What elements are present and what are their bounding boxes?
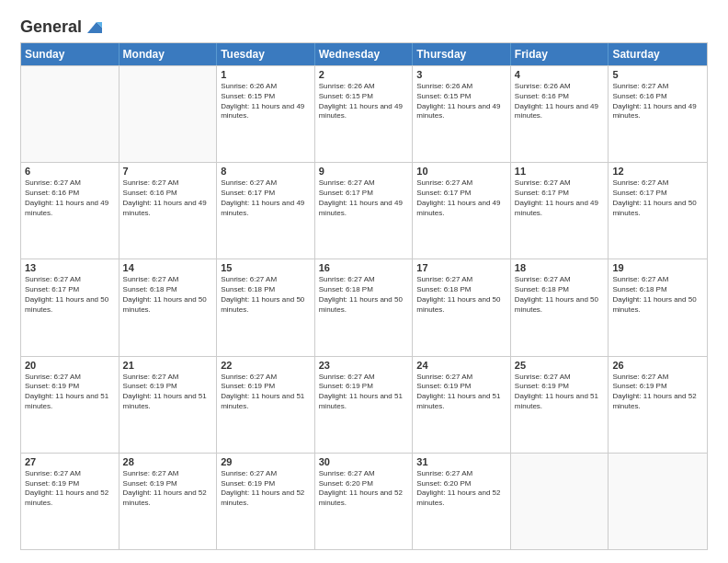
header: General	[20, 17, 708, 33]
day-info: Sunrise: 6:27 AM Sunset: 6:16 PM Dayligh…	[612, 82, 703, 121]
day-info: Sunrise: 6:26 AM Sunset: 6:15 PM Dayligh…	[416, 82, 506, 121]
calendar-cell	[609, 454, 707, 549]
day-number: 18	[515, 262, 605, 273]
day-number: 21	[123, 360, 213, 371]
day-info: Sunrise: 6:27 AM Sunset: 6:18 PM Dayligh…	[221, 275, 311, 315]
calendar-cell: 5Sunrise: 6:27 AM Sunset: 6:16 PM Daylig…	[609, 66, 707, 162]
calendar-cell: 2Sunrise: 6:26 AM Sunset: 6:15 PM Daylig…	[315, 66, 414, 162]
day-number: 9	[319, 166, 409, 177]
day-number: 31	[416, 456, 506, 467]
day-info: Sunrise: 6:26 AM Sunset: 6:15 PM Dayligh…	[319, 82, 409, 121]
calendar-cell: 3Sunrise: 6:26 AM Sunset: 6:15 PM Daylig…	[413, 66, 511, 162]
calendar-cell: 10Sunrise: 6:27 AM Sunset: 6:17 PM Dayli…	[413, 163, 511, 259]
day-number: 10	[416, 166, 506, 177]
day-info: Sunrise: 6:27 AM Sunset: 6:18 PM Dayligh…	[612, 275, 703, 315]
day-info: Sunrise: 6:26 AM Sunset: 6:15 PM Dayligh…	[221, 82, 311, 121]
day-number: 1	[221, 69, 311, 80]
day-info: Sunrise: 6:26 AM Sunset: 6:16 PM Dayligh…	[515, 82, 605, 121]
day-number: 13	[25, 262, 115, 273]
day-info: Sunrise: 6:27 AM Sunset: 6:19 PM Dayligh…	[123, 373, 213, 412]
day-info: Sunrise: 6:27 AM Sunset: 6:19 PM Dayligh…	[416, 373, 506, 412]
day-info: Sunrise: 6:27 AM Sunset: 6:19 PM Dayligh…	[221, 373, 311, 412]
day-number: 17	[416, 262, 506, 273]
calendar-cell: 29Sunrise: 6:27 AM Sunset: 6:19 PM Dayli…	[217, 454, 315, 549]
calendar-header-cell: Sunday	[21, 43, 119, 65]
calendar-cell: 18Sunrise: 6:27 AM Sunset: 6:18 PM Dayli…	[511, 259, 609, 355]
day-info: Sunrise: 6:27 AM Sunset: 6:18 PM Dayligh…	[515, 275, 605, 315]
calendar-cell	[21, 66, 119, 162]
day-info: Sunrise: 6:27 AM Sunset: 6:17 PM Dayligh…	[319, 178, 409, 218]
calendar-body: 1Sunrise: 6:26 AM Sunset: 6:15 PM Daylig…	[21, 65, 707, 549]
calendar-cell: 24Sunrise: 6:27 AM Sunset: 6:19 PM Dayli…	[413, 357, 511, 453]
calendar-cell	[119, 66, 218, 162]
calendar-cell: 8Sunrise: 6:27 AM Sunset: 6:17 PM Daylig…	[217, 163, 315, 259]
logo-icon	[84, 17, 104, 37]
day-number: 26	[612, 360, 703, 371]
calendar-cell: 15Sunrise: 6:27 AM Sunset: 6:18 PM Dayli…	[217, 259, 315, 355]
day-number: 14	[123, 262, 213, 273]
day-info: Sunrise: 6:27 AM Sunset: 6:17 PM Dayligh…	[25, 275, 115, 315]
calendar-cell: 20Sunrise: 6:27 AM Sunset: 6:19 PM Dayli…	[21, 357, 119, 453]
day-info: Sunrise: 6:27 AM Sunset: 6:17 PM Dayligh…	[221, 178, 311, 218]
calendar-cell: 6Sunrise: 6:27 AM Sunset: 6:16 PM Daylig…	[21, 163, 119, 259]
day-number: 7	[123, 166, 213, 177]
day-info: Sunrise: 6:27 AM Sunset: 6:19 PM Dayligh…	[612, 373, 703, 412]
logo-general-text: General	[20, 17, 82, 37]
day-number: 5	[612, 69, 703, 80]
day-number: 3	[416, 69, 506, 80]
calendar-cell: 22Sunrise: 6:27 AM Sunset: 6:19 PM Dayli…	[217, 357, 315, 453]
calendar-cell: 23Sunrise: 6:27 AM Sunset: 6:19 PM Dayli…	[315, 357, 414, 453]
calendar-header-cell: Friday	[511, 43, 609, 65]
day-number: 12	[612, 166, 703, 177]
day-number: 20	[25, 360, 115, 371]
day-info: Sunrise: 6:27 AM Sunset: 6:17 PM Dayligh…	[515, 178, 605, 218]
calendar-cell: 31Sunrise: 6:27 AM Sunset: 6:20 PM Dayli…	[413, 454, 511, 549]
calendar-week-row: 27Sunrise: 6:27 AM Sunset: 6:19 PM Dayli…	[21, 453, 707, 549]
calendar-cell: 26Sunrise: 6:27 AM Sunset: 6:19 PM Dayli…	[609, 357, 707, 453]
day-number: 6	[25, 166, 115, 177]
day-number: 23	[319, 360, 409, 371]
calendar-cell: 9Sunrise: 6:27 AM Sunset: 6:17 PM Daylig…	[315, 163, 414, 259]
calendar-week-row: 1Sunrise: 6:26 AM Sunset: 6:15 PM Daylig…	[21, 65, 707, 162]
day-info: Sunrise: 6:27 AM Sunset: 6:17 PM Dayligh…	[612, 178, 703, 218]
calendar-cell: 30Sunrise: 6:27 AM Sunset: 6:20 PM Dayli…	[315, 454, 414, 549]
day-info: Sunrise: 6:27 AM Sunset: 6:19 PM Dayligh…	[221, 469, 311, 509]
calendar-header-row: SundayMondayTuesdayWednesdayThursdayFrid…	[21, 43, 707, 65]
day-info: Sunrise: 6:27 AM Sunset: 6:18 PM Dayligh…	[123, 275, 213, 315]
day-info: Sunrise: 6:27 AM Sunset: 6:20 PM Dayligh…	[319, 469, 409, 509]
day-info: Sunrise: 6:27 AM Sunset: 6:19 PM Dayligh…	[319, 373, 409, 412]
day-info: Sunrise: 6:27 AM Sunset: 6:16 PM Dayligh…	[25, 178, 115, 218]
calendar-cell: 7Sunrise: 6:27 AM Sunset: 6:16 PM Daylig…	[119, 163, 218, 259]
day-number: 8	[221, 166, 311, 177]
calendar-week-row: 20Sunrise: 6:27 AM Sunset: 6:19 PM Dayli…	[21, 356, 707, 453]
day-number: 15	[221, 262, 311, 273]
calendar-cell: 25Sunrise: 6:27 AM Sunset: 6:19 PM Dayli…	[511, 357, 609, 453]
calendar-cell: 14Sunrise: 6:27 AM Sunset: 6:18 PM Dayli…	[119, 259, 218, 355]
day-number: 4	[515, 69, 605, 80]
day-number: 11	[515, 166, 605, 177]
calendar-cell: 11Sunrise: 6:27 AM Sunset: 6:17 PM Dayli…	[511, 163, 609, 259]
day-info: Sunrise: 6:27 AM Sunset: 6:18 PM Dayligh…	[416, 275, 506, 315]
day-number: 19	[612, 262, 703, 273]
calendar-cell: 28Sunrise: 6:27 AM Sunset: 6:19 PM Dayli…	[119, 454, 218, 549]
calendar-header-cell: Thursday	[413, 43, 511, 65]
day-info: Sunrise: 6:27 AM Sunset: 6:17 PM Dayligh…	[416, 178, 506, 218]
calendar-cell: 16Sunrise: 6:27 AM Sunset: 6:18 PM Dayli…	[315, 259, 414, 355]
day-info: Sunrise: 6:27 AM Sunset: 6:19 PM Dayligh…	[515, 373, 605, 412]
day-info: Sunrise: 6:27 AM Sunset: 6:18 PM Dayligh…	[319, 275, 409, 315]
day-number: 28	[123, 456, 213, 467]
calendar-cell: 13Sunrise: 6:27 AM Sunset: 6:17 PM Dayli…	[21, 259, 119, 355]
day-number: 27	[25, 456, 115, 467]
day-number: 24	[416, 360, 506, 371]
day-info: Sunrise: 6:27 AM Sunset: 6:20 PM Dayligh…	[416, 469, 506, 509]
calendar-cell: 12Sunrise: 6:27 AM Sunset: 6:17 PM Dayli…	[609, 163, 707, 259]
day-info: Sunrise: 6:27 AM Sunset: 6:16 PM Dayligh…	[123, 178, 213, 218]
calendar-week-row: 6Sunrise: 6:27 AM Sunset: 6:16 PM Daylig…	[21, 162, 707, 259]
day-number: 22	[221, 360, 311, 371]
calendar-cell: 17Sunrise: 6:27 AM Sunset: 6:18 PM Dayli…	[413, 259, 511, 355]
calendar-header-cell: Wednesday	[315, 43, 414, 65]
day-number: 29	[221, 456, 311, 467]
logo: General	[20, 17, 104, 33]
day-number: 30	[319, 456, 409, 467]
day-number: 16	[319, 262, 409, 273]
